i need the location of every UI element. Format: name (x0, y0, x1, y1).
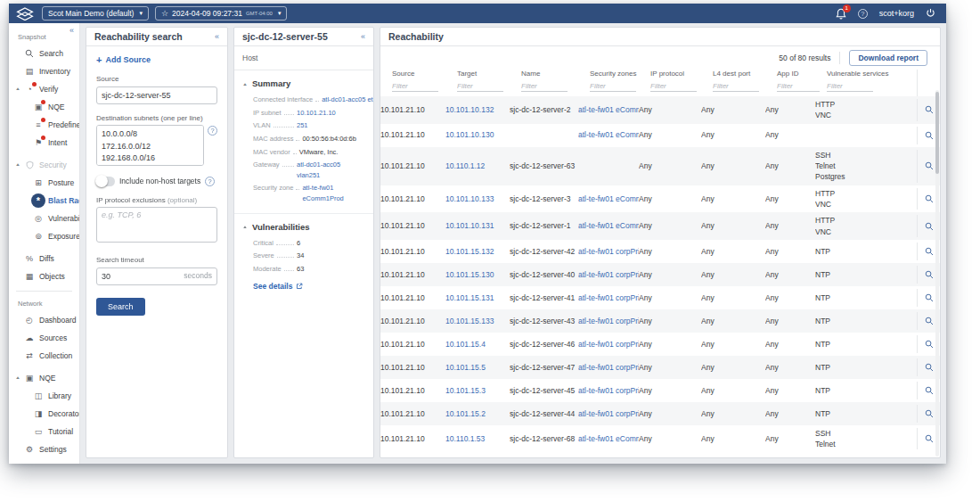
summary-section-header[interactable]: ▲ Summary (242, 78, 365, 88)
vulnerabilities-section-header[interactable]: ▲ Vulnerabilities (242, 222, 365, 232)
cell-security-zones[interactable]: atl-te-fw01 eComm … (578, 433, 639, 444)
table-row[interactable]: 10.101.21.1010.110.1.12sjc-dc-12-server-… (380, 147, 940, 185)
sidebar-item-predefined[interactable]: ≡Predefined (9, 116, 79, 134)
sidebar-item-sources[interactable]: ☁Sources (9, 329, 79, 347)
table-row[interactable]: 10.101.21.1010.110.1.53sjc-dc-12-server-… (380, 425, 940, 453)
sidebar-item-search[interactable]: Search (9, 45, 79, 62)
network-selector-dropdown[interactable]: Scot Main Demo (default) ▾ (42, 6, 149, 21)
cell-security-zones[interactable]: atl-te-fw01 eComm … (578, 193, 639, 204)
panel-collapse-button[interactable]: « (215, 32, 219, 41)
sidebar-collapse-button[interactable]: « (69, 26, 74, 35)
table-row[interactable]: 10.101.21.1010.101.15.132sjc-dc-12-serve… (380, 240, 940, 263)
cell-security-zones[interactable]: atl-te-fw01 eComm … (578, 220, 639, 231)
table-row[interactable]: 10.101.21.1010.101.15.133sjc-dc-12-serve… (380, 309, 940, 333)
cell-security-zones[interactable]: atl-te-fw01 corpPri … (578, 269, 639, 280)
sidebar-item-tutorial[interactable]: ▭Tutorial (9, 423, 79, 440)
sidebar-item-objects[interactable]: ▦Objects (9, 267, 79, 285)
help-icon[interactable]: ? (208, 126, 217, 136)
cell-target[interactable]: 10.101.15.132 (445, 246, 510, 257)
cell-security-zones[interactable]: atl-te-fw01 corpPri … (578, 362, 639, 373)
logout-button[interactable] (926, 5, 935, 21)
sidebar-item-library[interactable]: ◫Library (9, 387, 79, 405)
cell-target[interactable]: 10.101.10.133 (445, 193, 510, 204)
cell-security-zones[interactable]: atl-te-fw01 corpPri … (578, 316, 639, 326)
download-report-button[interactable]: Download report (849, 50, 927, 66)
add-source-button[interactable]: + Add Source (96, 55, 217, 64)
filter-input-target[interactable] (457, 81, 503, 92)
summary-row-value[interactable]: atl-dc01-acc05 vlan251 (297, 160, 365, 180)
cell-security-zones[interactable]: atl-te-fw01 corpPri … (578, 292, 639, 303)
cell-target[interactable]: 10.101.10.132 (445, 104, 510, 115)
sidebar-item-security[interactable]: ▲Security (9, 156, 79, 174)
cell-target[interactable]: 10.101.15.5 (445, 362, 510, 373)
help-icon[interactable]: ? (858, 9, 868, 19)
table-row[interactable]: 10.101.21.1010.101.10.131sjc-dc-12-serve… (380, 212, 940, 240)
sidebar-item-nqe[interactable]: ▣NQE (9, 98, 79, 116)
sidebar-item-settings[interactable]: ⚙Settings (9, 440, 79, 458)
cell-security-zones[interactable]: atl-te-fw01 corpPri … (578, 246, 639, 257)
user-menu[interactable]: scot+korg (879, 9, 914, 18)
table-row[interactable]: 10.101.21.1010.101.10.133sjc-dc-12-serve… (380, 185, 940, 213)
panel-collapse-button[interactable]: « (361, 32, 365, 41)
cell-target[interactable]: 10.110.1.53 (445, 433, 510, 444)
sidebar-item-vulnerability[interactable]: ◎Vulnerability (9, 210, 79, 227)
cell-target[interactable]: 10.101.10.131 (445, 220, 510, 231)
sidebar-item-collection[interactable]: ⇄Collection (9, 347, 79, 365)
scrollbar-thumb[interactable] (935, 92, 939, 174)
include-non-host-toggle[interactable] (96, 177, 115, 186)
table-row[interactable]: 10.101.21.1010.101.15.5sjc-dc-12-server-… (380, 356, 940, 379)
sidebar-item-nqe[interactable]: ▲▣NQE (9, 369, 79, 387)
cell-security-zones[interactable]: atl-te-fw01 eComm … (578, 129, 639, 140)
ip-exclusions-input[interactable] (96, 207, 217, 243)
summary-row-value[interactable]: 251 (297, 120, 365, 131)
sidebar-item-exposure[interactable]: ⊚Exposure (9, 227, 79, 245)
sidebar-item-inventory[interactable]: ▤Inventory (9, 62, 79, 80)
cell-target[interactable]: 10.101.15.3 (445, 385, 510, 396)
table-row[interactable]: 10.101.21.1010.101.10.132sjc-dc-12-serve… (380, 96, 940, 124)
summary-row-value[interactable]: atl-dc01-acc05 et10 (322, 95, 374, 105)
table-row[interactable]: 10.101.21.1010.101.15.4sjc-dc-12-server-… (380, 333, 940, 356)
cell-target[interactable]: 10.101.15.2 (445, 408, 510, 419)
sidebar-item-diffs[interactable]: %Diffs (9, 250, 79, 267)
cell-target[interactable]: 10.101.15.131 (445, 292, 510, 303)
notifications-button[interactable]: 1 (836, 8, 846, 20)
sidebar-item-intent[interactable]: ⚑Intent (9, 134, 79, 152)
filter-input-security-zones[interactable] (590, 81, 636, 92)
cell-target[interactable]: 10.101.10.130 (445, 129, 510, 140)
table-row[interactable]: 10.101.21.1010.101.15.2sjc-dc-12-server-… (380, 402, 940, 425)
cell-target[interactable]: 10.110.1.12 (445, 160, 510, 171)
filter-input-name[interactable] (521, 81, 568, 92)
section-expand-caret-icon[interactable]: ▲ (15, 375, 20, 380)
filter-input-l4-dest-port[interactable] (713, 81, 759, 92)
sidebar-item-posture[interactable]: ⊞Posture (9, 174, 79, 192)
filter-input-app-id[interactable] (777, 81, 820, 92)
sidebar-item-blast-radius[interactable]: *Blast Radius (9, 192, 79, 210)
summary-row-value[interactable]: atl-te-fw01 eComm1Prod (302, 183, 371, 203)
snapshot-selector-dropdown[interactable]: ☆ 2024-04-09 09:27:31 GMT-04:00 ▾ (155, 6, 288, 21)
source-input[interactable] (96, 86, 217, 104)
table-row[interactable]: 10.101.21.1010.101.15.130sjc-dc-12-serve… (380, 263, 940, 286)
sidebar-item-dashboard[interactable]: ◴Dashboard (9, 311, 79, 329)
sidebar-item-decorators[interactable]: ◨Decorators (9, 405, 79, 423)
cell-security-zones[interactable]: atl-te-fw01 eComm … (578, 104, 639, 115)
see-details-link[interactable]: See details (253, 282, 365, 291)
cell-target[interactable]: 10.101.15.133 (445, 316, 510, 326)
cell-security-zones[interactable]: atl-te-fw01 corpPri … (578, 385, 639, 396)
filter-input-source[interactable] (392, 81, 438, 92)
table-row[interactable]: 10.101.21.1010.101.10.130atl-te-fw01 eCo… (380, 124, 940, 147)
table-row[interactable]: 10.101.21.1010.101.15.3sjc-dc-12-server-… (380, 379, 940, 402)
cell-target[interactable]: 10.101.15.130 (445, 269, 510, 280)
destination-subnets-input[interactable]: 10.0.0.0/8 172.16.0.0/12 192.168.0.0/16 (96, 125, 204, 166)
filter-input-ip-protocol[interactable] (650, 81, 697, 92)
cell-security-zones[interactable]: atl-te-fw01 corpPri … (578, 408, 639, 419)
cell-security-zones[interactable]: atl-te-fw01 corpPri … (578, 339, 639, 350)
sidebar-item-verify[interactable]: ▲◔Verify (9, 80, 79, 98)
filter-input-vulnerable-services[interactable] (827, 81, 873, 92)
section-expand-caret-icon[interactable]: ▲ (15, 162, 20, 167)
cell-target[interactable]: 10.101.15.4 (445, 339, 510, 350)
table-row[interactable]: 10.101.21.1010.101.15.131sjc-dc-12-serve… (380, 286, 940, 309)
section-expand-caret-icon[interactable]: ▲ (15, 86, 20, 91)
help-icon[interactable]: ? (205, 177, 215, 186)
summary-row-value[interactable]: 10.101.21.10 (297, 108, 365, 119)
search-button[interactable]: Search (96, 298, 145, 316)
